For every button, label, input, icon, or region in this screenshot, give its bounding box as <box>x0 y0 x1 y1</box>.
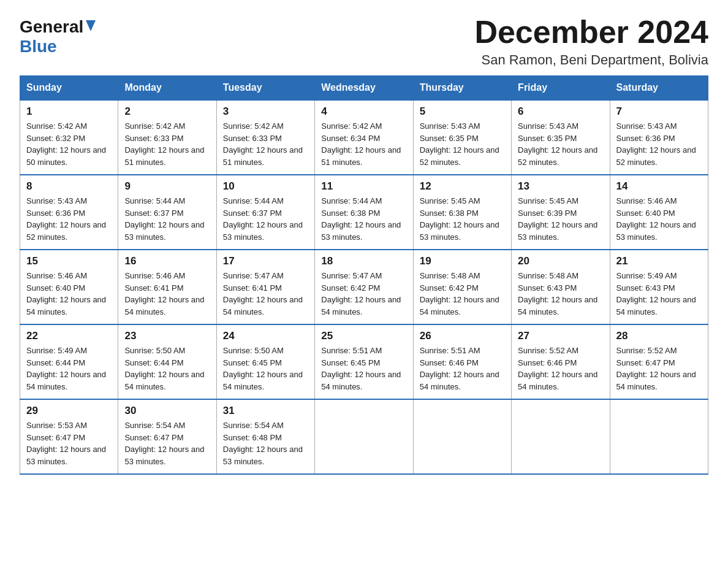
calendar-week-row: 1Sunrise: 5:42 AMSunset: 6:32 PMDaylight… <box>20 100 708 175</box>
calendar-cell: 26Sunrise: 5:51 AMSunset: 6:46 PMDayligh… <box>413 324 511 399</box>
day-info: Sunrise: 5:49 AMSunset: 6:43 PMDaylight:… <box>616 270 702 318</box>
day-number: 2 <box>124 105 210 118</box>
calendar-cell: 24Sunrise: 5:50 AMSunset: 6:45 PMDayligh… <box>216 324 314 399</box>
weekday-header-wednesday: Wednesday <box>315 76 413 101</box>
day-info: Sunrise: 5:42 AMSunset: 6:32 PMDaylight:… <box>26 120 112 168</box>
calendar-cell: 11Sunrise: 5:44 AMSunset: 6:38 PMDayligh… <box>315 175 413 250</box>
day-info: Sunrise: 5:47 AMSunset: 6:41 PMDaylight:… <box>223 270 308 318</box>
day-number: 12 <box>420 180 505 193</box>
day-info: Sunrise: 5:51 AMSunset: 6:45 PMDaylight:… <box>321 345 406 393</box>
day-info: Sunrise: 5:48 AMSunset: 6:42 PMDaylight:… <box>420 270 505 318</box>
day-info: Sunrise: 5:51 AMSunset: 6:46 PMDaylight:… <box>420 345 505 393</box>
calendar-week-row: 15Sunrise: 5:46 AMSunset: 6:40 PMDayligh… <box>20 250 708 324</box>
day-number: 16 <box>124 255 210 267</box>
calendar-cell: 6Sunrise: 5:43 AMSunset: 6:35 PMDaylight… <box>512 100 610 175</box>
day-number: 9 <box>124 180 210 193</box>
day-info: Sunrise: 5:43 AMSunset: 6:35 PMDaylight:… <box>420 120 505 168</box>
day-number: 22 <box>26 330 112 342</box>
weekday-header-monday: Monday <box>118 76 216 101</box>
day-number: 4 <box>321 105 406 118</box>
calendar-cell <box>315 399 413 474</box>
day-number: 10 <box>223 180 308 193</box>
day-number: 14 <box>616 180 702 193</box>
day-info: Sunrise: 5:47 AMSunset: 6:42 PMDaylight:… <box>321 270 406 318</box>
calendar-cell: 15Sunrise: 5:46 AMSunset: 6:40 PMDayligh… <box>20 250 118 324</box>
day-number: 19 <box>420 255 505 267</box>
day-info: Sunrise: 5:45 AMSunset: 6:39 PMDaylight:… <box>518 195 603 243</box>
calendar-cell: 22Sunrise: 5:49 AMSunset: 6:44 PMDayligh… <box>20 324 118 399</box>
calendar-cell: 14Sunrise: 5:46 AMSunset: 6:40 PMDayligh… <box>610 175 708 250</box>
calendar-cell: 23Sunrise: 5:50 AMSunset: 6:44 PMDayligh… <box>118 324 216 399</box>
location-title: San Ramon, Beni Department, Bolivia <box>474 52 708 68</box>
calendar-cell: 13Sunrise: 5:45 AMSunset: 6:39 PMDayligh… <box>512 175 610 250</box>
day-number: 31 <box>223 405 308 417</box>
day-number: 25 <box>321 330 406 342</box>
title-block: December 2024 San Ramon, Beni Department… <box>474 15 708 68</box>
day-info: Sunrise: 5:42 AMSunset: 6:33 PMDaylight:… <box>124 120 210 168</box>
logo-blue-text: Blue <box>20 37 57 56</box>
calendar-cell: 12Sunrise: 5:45 AMSunset: 6:38 PMDayligh… <box>413 175 511 250</box>
calendar-cell: 20Sunrise: 5:48 AMSunset: 6:43 PMDayligh… <box>512 250 610 324</box>
calendar-cell: 19Sunrise: 5:48 AMSunset: 6:42 PMDayligh… <box>413 250 511 324</box>
day-number: 23 <box>124 330 210 342</box>
day-number: 8 <box>26 180 112 193</box>
day-info: Sunrise: 5:42 AMSunset: 6:33 PMDaylight:… <box>223 120 308 168</box>
day-number: 20 <box>518 255 603 267</box>
day-info: Sunrise: 5:54 AMSunset: 6:48 PMDaylight:… <box>223 419 308 467</box>
day-number: 17 <box>223 255 308 267</box>
calendar-cell: 31Sunrise: 5:54 AMSunset: 6:48 PMDayligh… <box>216 399 314 474</box>
day-info: Sunrise: 5:49 AMSunset: 6:44 PMDaylight:… <box>26 345 112 393</box>
calendar-cell: 8Sunrise: 5:43 AMSunset: 6:36 PMDaylight… <box>20 175 118 250</box>
day-number: 29 <box>26 405 112 417</box>
logo-general-text: General <box>20 17 83 37</box>
calendar-week-row: 22Sunrise: 5:49 AMSunset: 6:44 PMDayligh… <box>20 324 708 399</box>
weekday-header-row: SundayMondayTuesdayWednesdayThursdayFrid… <box>20 76 708 101</box>
day-info: Sunrise: 5:43 AMSunset: 6:35 PMDaylight:… <box>518 120 603 168</box>
calendar-cell: 28Sunrise: 5:52 AMSunset: 6:47 PMDayligh… <box>610 324 708 399</box>
day-info: Sunrise: 5:52 AMSunset: 6:46 PMDaylight:… <box>518 345 603 393</box>
calendar-cell <box>512 399 610 474</box>
day-number: 6 <box>518 105 603 118</box>
day-number: 3 <box>223 105 308 118</box>
day-info: Sunrise: 5:43 AMSunset: 6:36 PMDaylight:… <box>26 195 112 243</box>
day-number: 26 <box>420 330 505 342</box>
calendar-cell: 10Sunrise: 5:44 AMSunset: 6:37 PMDayligh… <box>216 175 314 250</box>
day-number: 24 <box>223 330 308 342</box>
month-title: December 2024 <box>474 15 708 50</box>
day-info: Sunrise: 5:54 AMSunset: 6:47 PMDaylight:… <box>124 419 210 467</box>
calendar-cell: 30Sunrise: 5:54 AMSunset: 6:47 PMDayligh… <box>118 399 216 474</box>
weekday-header-sunday: Sunday <box>20 76 118 101</box>
weekday-header-friday: Friday <box>512 76 610 101</box>
day-number: 28 <box>616 330 702 342</box>
calendar-cell: 21Sunrise: 5:49 AMSunset: 6:43 PMDayligh… <box>610 250 708 324</box>
calendar-table: SundayMondayTuesdayWednesdayThursdayFrid… <box>20 75 708 475</box>
calendar-cell <box>413 399 511 474</box>
calendar-cell: 7Sunrise: 5:43 AMSunset: 6:36 PMDaylight… <box>610 100 708 175</box>
day-number: 27 <box>518 330 603 342</box>
calendar-cell: 27Sunrise: 5:52 AMSunset: 6:46 PMDayligh… <box>512 324 610 399</box>
day-number: 7 <box>616 105 702 118</box>
day-number: 5 <box>420 105 505 118</box>
page-header: General Blue December 2024 San Ramon, Be… <box>20 15 708 68</box>
day-info: Sunrise: 5:52 AMSunset: 6:47 PMDaylight:… <box>616 345 702 393</box>
logo-arrow-icon <box>86 20 96 34</box>
day-info: Sunrise: 5:53 AMSunset: 6:47 PMDaylight:… <box>26 419 112 467</box>
day-info: Sunrise: 5:44 AMSunset: 6:38 PMDaylight:… <box>321 195 406 243</box>
calendar-week-row: 8Sunrise: 5:43 AMSunset: 6:36 PMDaylight… <box>20 175 708 250</box>
calendar-cell: 5Sunrise: 5:43 AMSunset: 6:35 PMDaylight… <box>413 100 511 175</box>
day-number: 15 <box>26 255 112 267</box>
day-info: Sunrise: 5:50 AMSunset: 6:45 PMDaylight:… <box>223 345 308 393</box>
day-info: Sunrise: 5:46 AMSunset: 6:40 PMDaylight:… <box>616 195 702 243</box>
calendar-cell: 4Sunrise: 5:42 AMSunset: 6:34 PMDaylight… <box>315 100 413 175</box>
day-number: 18 <box>321 255 406 267</box>
calendar-cell: 3Sunrise: 5:42 AMSunset: 6:33 PMDaylight… <box>216 100 314 175</box>
calendar-cell: 18Sunrise: 5:47 AMSunset: 6:42 PMDayligh… <box>315 250 413 324</box>
weekday-header-thursday: Thursday <box>413 76 511 101</box>
calendar-cell: 1Sunrise: 5:42 AMSunset: 6:32 PMDaylight… <box>20 100 118 175</box>
day-number: 30 <box>124 405 210 417</box>
day-number: 21 <box>616 255 702 267</box>
calendar-cell: 17Sunrise: 5:47 AMSunset: 6:41 PMDayligh… <box>216 250 314 324</box>
day-info: Sunrise: 5:44 AMSunset: 6:37 PMDaylight:… <box>223 195 308 243</box>
day-info: Sunrise: 5:45 AMSunset: 6:38 PMDaylight:… <box>420 195 505 243</box>
weekday-header-tuesday: Tuesday <box>216 76 314 101</box>
